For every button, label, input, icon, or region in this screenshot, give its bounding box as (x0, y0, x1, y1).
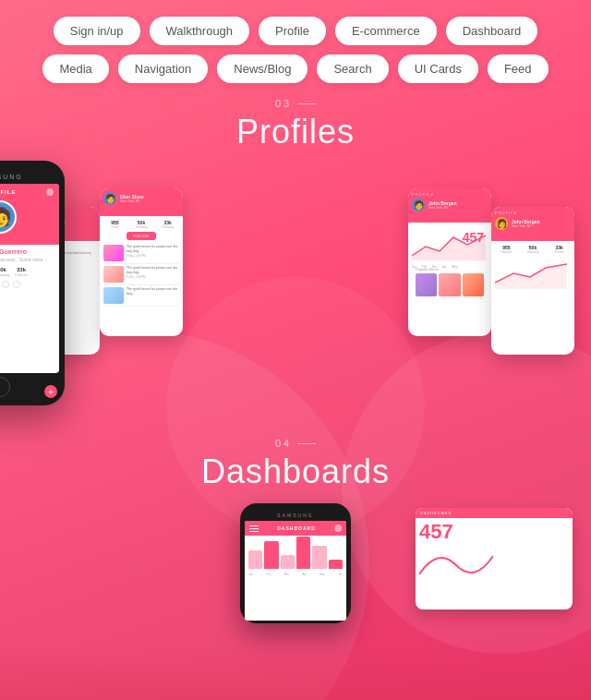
nav-container: Sign in/upWalkthroughProfileE-commerceDa… (0, 0, 591, 83)
nav-row-1: Sign in/upWalkthroughProfileE-commerceDa… (54, 17, 537, 45)
nav-btn-profile[interactable]: Profile (259, 17, 326, 45)
profile-screen: PROFILE 🧑 Carolyn Guerrero ContentWritte… (0, 184, 59, 373)
list-thumb-1 (103, 245, 124, 261)
topbar-icon (46, 188, 54, 196)
dash-topbar-icon (334, 525, 342, 532)
list-text-2: The quick brown fox jumps over the lazy … (127, 266, 179, 279)
right-card-1-title: PROFILE (412, 192, 488, 197)
bar-4 (312, 546, 326, 569)
dash-header: DASHBOARD (245, 521, 346, 536)
right-phone-1: PROFILE 🧑 John Bergen New York, NY 457 J… (408, 188, 491, 336)
dash-phones-area: SAMSUNG DASHBOARD Jan Feb Mar (0, 499, 591, 628)
r2-stat-3: 33k Friends (548, 245, 571, 254)
left-card-2-avatar-row: 🧑 Glen Shaw New York, NY (103, 192, 179, 205)
stat-following: 50k Following (130, 220, 153, 229)
left-card-2-stats: 955 Posts 50k Following 33k Following (103, 220, 179, 229)
profiles-section-title: Profiles (0, 113, 591, 151)
right-card-2-avatar-row: 👩 John Bergen New York, NY (495, 217, 571, 230)
bar-1 (264, 541, 278, 569)
profiles-section-header: 03 Profiles (0, 98, 591, 151)
list-item-3: The quick brown fox jumps over the lazy.… (103, 285, 179, 307)
profile-screen-title: PROFILE (0, 189, 17, 195)
center-avatar-area: 🧑 (0, 200, 59, 245)
list-item-1: The quick brown fox jumps over the lazy … (103, 243, 179, 264)
dash-right-body: 457 (416, 518, 573, 609)
dashboards-section-header: 04 Dashboards (0, 438, 591, 491)
nav-btn-signin[interactable]: Sign in/up (54, 17, 140, 45)
right-card-1-avatar-row: 🧑 John Bergen New York, NY (412, 199, 488, 211)
right-card-1-location: New York, NY (428, 206, 457, 210)
right-card-2-avatar: 👩 (495, 217, 508, 230)
left-card-2-header: 🧑 Glen Shaw New York, NY (100, 188, 183, 216)
home-button[interactable] (0, 377, 10, 397)
nav-btn-newsblog[interactable]: News/Blog (217, 54, 308, 83)
follow-button[interactable]: FOLLOW (127, 232, 157, 240)
dash-right-header: DASHBOARD (416, 508, 573, 518)
dashboards-section-title: Dashboards (0, 453, 591, 491)
right-card-1-header: PROFILE 🧑 John Bergen New York, NY (408, 188, 491, 223)
center-phone-screen: PROFILE 🧑 Carolyn Guerrero ContentWritte… (0, 184, 59, 373)
chart-number: 457 (463, 230, 484, 245)
dash-wave-chart (419, 542, 493, 584)
right-card-2-info: John Bergen New York, NY (512, 219, 540, 228)
list-thumb-3 (103, 287, 124, 304)
bottom-fade (0, 645, 591, 700)
stat-followers: 33k Following (156, 220, 179, 229)
dash-bar-chart (245, 536, 346, 573)
dash-right-number: 457 (419, 522, 569, 542)
pop-img-3 (463, 273, 484, 296)
pop-img-1 (416, 273, 437, 296)
right-card-2-stats: 955 Followers 50k Following 33k Friends (495, 245, 571, 254)
nav-btn-media[interactable]: Media (42, 54, 108, 83)
list-thumb-2 (103, 266, 124, 283)
right-card-2-location: New York, NY (512, 224, 540, 228)
dash-right-chart-area: 457 (419, 522, 569, 606)
social-dot-4[interactable] (13, 281, 20, 288)
right-card-1-info: John Bergen New York, NY (428, 200, 457, 210)
bar-2 (281, 555, 295, 569)
dashboards-section-num: 04 (0, 438, 591, 449)
profile-topbar: PROFILE (0, 184, 59, 200)
nav-btn-search[interactable]: Search (317, 54, 388, 83)
right-card-2-header: PROFILE 👩 John Bergen New York, NY (491, 207, 574, 241)
dash-screen: DASHBOARD Jan Feb Mar Apr May Jun (245, 521, 346, 621)
dashboards-section: 04 Dashboards SAMSUNG DASHBOARD (0, 438, 591, 628)
samsung-label: SAMSUNG (0, 174, 59, 180)
nav-btn-walkthrough[interactable]: Walkthrough (150, 17, 250, 45)
popular-images (412, 273, 488, 296)
bar-0 (248, 550, 262, 569)
nav-btn-ecommerce[interactable]: E-commerce (335, 17, 437, 45)
r2-stat-1: 955 Followers (495, 245, 518, 254)
dash-center-phone: SAMSUNG DASHBOARD Jan Feb Mar (240, 503, 351, 623)
left-card-2-avatar: 🧑 (103, 192, 116, 205)
left-phone-2: 🧑 Glen Shaw New York, NY 955 Posts 50k F… (100, 188, 183, 336)
left-card-2-body: 955 Posts 50k Following 33k Following FO… (100, 216, 183, 310)
dash-samsung-label: SAMSUNG (245, 513, 346, 518)
nav-btn-navigation[interactable]: Navigation (118, 54, 208, 83)
center-profile-role: ContentWritter . TattooLovez . Some more (0, 257, 54, 263)
dash-right-title: DASHBOARD (420, 511, 452, 515)
bar-3 (296, 537, 310, 569)
dash-right-partial: DASHBOARD 457 (416, 508, 573, 609)
right-phone-2: PROFILE 👩 John Bergen New York, NY 955 F… (491, 207, 574, 355)
social-dot-3[interactable] (2, 281, 9, 288)
center-profile-stats: 955 Followers 50k Following 33k Friends (0, 267, 54, 277)
nav-btn-dashboard[interactable]: Dashboard (446, 17, 538, 45)
stat-posts: 955 Posts (103, 220, 127, 229)
dash-menu-icon[interactable] (249, 525, 259, 532)
phones-area: PROFILE 🧑 John Bergen New York, NY About… (0, 161, 591, 428)
nav-btn-uicards[interactable]: UI Cards (398, 54, 478, 83)
dash-bar-labels: Jan Feb Mar Apr May Jun (245, 573, 346, 576)
profiles-section-num: 03 (0, 98, 591, 109)
center-avatar: 🧑 (0, 200, 17, 234)
center-profile-name: Carolyn Guerrero (0, 248, 54, 255)
nav-btn-feed[interactable]: Feed (488, 54, 549, 83)
right-card-1-avatar: 🧑 (412, 199, 425, 211)
nav-row-2: MediaNavigationNews/BlogSearchUI CardsFe… (42, 54, 548, 83)
list-text-3: The quick brown fox jumps over the lazy.… (127, 287, 179, 296)
right-card-2-title: PROFILE (495, 211, 571, 215)
left-card-2-info: Glen Shaw New York, NY (120, 194, 144, 203)
right-card-2-chart (495, 257, 567, 289)
right-card-2-body: 955 Followers 50k Following 33k Friends (491, 241, 574, 296)
pop-img-2 (439, 273, 460, 296)
